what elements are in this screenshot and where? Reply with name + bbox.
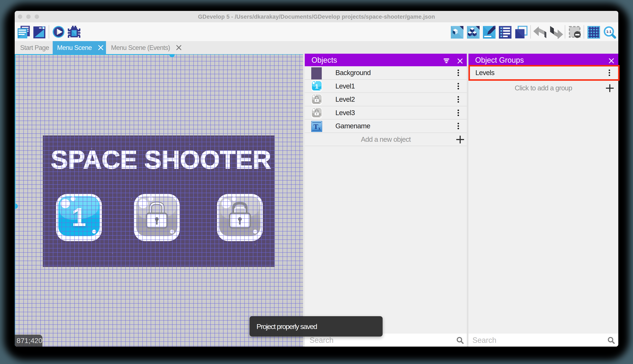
svg-text:T: T [313, 123, 319, 130]
svg-text:1: 1 [315, 83, 319, 90]
svg-text:x: x [319, 126, 321, 131]
svg-text:1:1: 1:1 [606, 30, 611, 34]
